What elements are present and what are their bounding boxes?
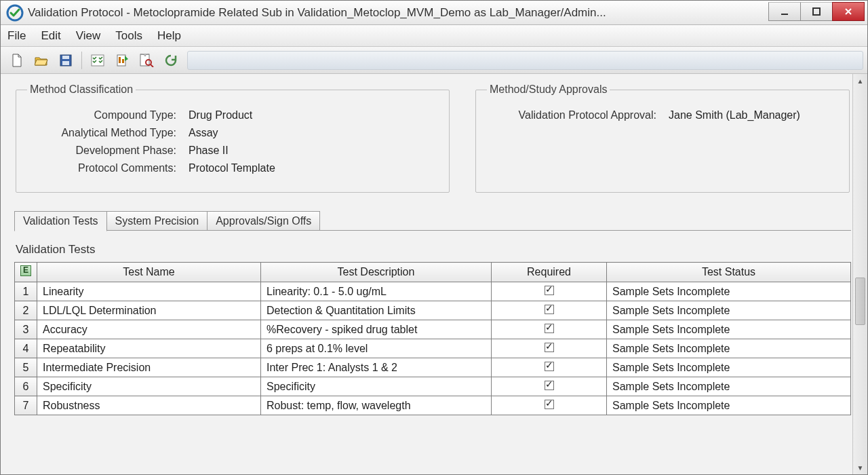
table-corner-icon[interactable] — [15, 263, 37, 282]
cell-test-description[interactable]: 6 preps at 0.1% level — [261, 339, 492, 358]
required-checkbox[interactable] — [545, 400, 554, 409]
cell-required[interactable] — [492, 301, 607, 320]
row-number[interactable]: 2 — [15, 301, 37, 320]
table-row[interactable]: 6SpecificitySpecificitySample Sets Incom… — [15, 377, 851, 396]
col-required[interactable]: Required — [492, 263, 607, 282]
svg-rect-7 — [117, 55, 125, 66]
svg-rect-4 — [62, 56, 69, 59]
tab-validation-tests[interactable]: Validation Tests — [14, 211, 107, 231]
validation-tests-table[interactable]: Test Name Test Description Required Test… — [14, 262, 851, 415]
vertical-scrollbar[interactable]: ▲ ▼ — [852, 74, 867, 474]
col-test-description[interactable]: Test Description — [261, 263, 492, 282]
scroll-up-icon[interactable]: ▲ — [853, 74, 867, 88]
menu-file[interactable]: File — [7, 29, 26, 43]
tabpanel-validation-tests: Validation Tests Test Name Test Descript… — [14, 231, 851, 415]
required-checkbox[interactable] — [545, 381, 554, 390]
refresh-button[interactable] — [160, 50, 182, 71]
cell-test-status[interactable]: Sample Sets Incomplete — [607, 282, 851, 301]
tab-system-precision[interactable]: System Precision — [106, 211, 208, 231]
cell-test-name[interactable]: Specificity — [37, 377, 261, 396]
minimize-button[interactable] — [768, 2, 801, 21]
cell-test-description[interactable]: Detection & Quantitation Limits — [261, 301, 492, 320]
menu-edit[interactable]: Edit — [41, 29, 60, 43]
cell-test-description[interactable]: Robust: temp, flow, wavelegth — [261, 396, 492, 415]
cell-required[interactable] — [492, 320, 607, 339]
cell-test-status[interactable]: Sample Sets Incomplete — [607, 320, 851, 339]
new-button[interactable] — [6, 50, 28, 71]
table-row[interactable]: 1LinearityLinearity: 0.1 - 5.0 ug/mLSamp… — [15, 282, 851, 301]
cell-test-name[interactable]: Intermediate Precision — [37, 358, 261, 377]
menu-tools[interactable]: Tools — [115, 29, 142, 43]
cell-test-name[interactable]: Accuracy — [37, 320, 261, 339]
panel-title: Validation Tests — [16, 243, 851, 256]
row-number[interactable]: 6 — [15, 377, 37, 396]
row-number[interactable]: 4 — [15, 339, 37, 358]
analytical-method-type-value: Assay — [189, 127, 218, 139]
cell-test-name[interactable]: Robustness — [37, 396, 261, 415]
menu-help[interactable]: Help — [157, 29, 181, 43]
svg-line-12 — [151, 64, 153, 67]
menu-view[interactable]: View — [76, 29, 101, 43]
required-checkbox[interactable] — [545, 362, 554, 371]
svg-rect-5 — [62, 61, 69, 65]
col-test-status[interactable]: Test Status — [607, 263, 851, 282]
scroll-thumb[interactable] — [855, 278, 865, 325]
titlebar: Validation Protocol - Metoclopramide Rel… — [1, 1, 867, 25]
cell-test-name[interactable]: Linearity — [37, 282, 261, 301]
table-row[interactable]: 2LDL/LQL DeterminationDetection & Quanti… — [15, 301, 851, 320]
cell-required[interactable] — [492, 282, 607, 301]
cell-required[interactable] — [492, 396, 607, 415]
svg-rect-1 — [781, 14, 788, 15]
toolbar — [1, 47, 867, 74]
content-pane: Method Classification Compound Type:Drug… — [1, 74, 867, 474]
protocol-comments-value: Protocol Template — [189, 162, 275, 174]
window-buttons — [768, 1, 867, 24]
cell-test-description[interactable]: Specificity — [261, 377, 492, 396]
row-number[interactable]: 5 — [15, 358, 37, 377]
close-button[interactable] — [832, 2, 865, 21]
cell-test-status[interactable]: Sample Sets Incomplete — [607, 358, 851, 377]
row-number[interactable]: 3 — [15, 320, 37, 339]
row-number[interactable]: 1 — [15, 282, 37, 301]
cell-test-description[interactable]: Linearity: 0.1 - 5.0 ug/mL — [261, 282, 492, 301]
cell-required[interactable] — [492, 358, 607, 377]
svg-rect-8 — [119, 57, 121, 63]
tabstrip: Validation Tests System Precision Approv… — [14, 210, 851, 231]
scroll-down-icon[interactable]: ▼ — [853, 461, 867, 474]
cell-test-status[interactable]: Sample Sets Incomplete — [607, 377, 851, 396]
report-button[interactable] — [111, 50, 133, 71]
col-test-name[interactable]: Test Name — [37, 263, 261, 282]
method-classification-legend: Method Classification — [27, 83, 136, 96]
cell-test-name[interactable]: LDL/LQL Determination — [37, 301, 261, 320]
required-checkbox[interactable] — [545, 305, 554, 314]
required-checkbox[interactable] — [545, 324, 554, 333]
menubar: File Edit View Tools Help — [1, 25, 867, 47]
cell-required[interactable] — [492, 339, 607, 358]
table-row[interactable]: 5Intermediate PrecisionInter Prec 1: Ana… — [15, 358, 851, 377]
method-study-approvals-legend: Method/Study Approvals — [487, 83, 610, 96]
required-checkbox[interactable] — [545, 286, 554, 295]
cell-test-description[interactable]: %Recovery - spiked drug tablet — [261, 320, 492, 339]
tab-approvals-sign-offs[interactable]: Approvals/Sign Offs — [207, 211, 320, 231]
table-row[interactable]: 4Repeatability6 preps at 0.1% levelSampl… — [15, 339, 851, 358]
cell-test-status[interactable]: Sample Sets Incomplete — [607, 301, 851, 320]
table-row[interactable]: 7RobustnessRobust: temp, flow, wavelegth… — [15, 396, 851, 415]
table-header-icon — [20, 265, 31, 276]
method-classification-fieldset: Method Classification Compound Type:Drug… — [16, 83, 450, 193]
table-row[interactable]: 3Accuracy%Recovery - spiked drug tabletS… — [15, 320, 851, 339]
maximize-button[interactable] — [800, 2, 833, 21]
row-number[interactable]: 7 — [15, 396, 37, 415]
checklist-button[interactable] — [87, 50, 108, 71]
required-checkbox[interactable] — [545, 343, 554, 352]
cell-test-status[interactable]: Sample Sets Incomplete — [607, 339, 851, 358]
cell-test-status[interactable]: Sample Sets Incomplete — [607, 396, 851, 415]
open-button[interactable] — [31, 50, 52, 71]
cell-test-description[interactable]: Inter Prec 1: Analysts 1 & 2 — [261, 358, 492, 377]
save-button[interactable] — [55, 50, 77, 71]
cell-required[interactable] — [492, 377, 607, 396]
preview-button[interactable] — [136, 50, 157, 71]
compound-type-label: Compound Type: — [27, 109, 176, 121]
validation-protocol-approval-label: Validation Protocol Approval: — [487, 109, 656, 121]
cell-test-name[interactable]: Repeatability — [37, 339, 261, 358]
app-window: Validation Protocol - Metoclopramide Rel… — [0, 0, 868, 475]
